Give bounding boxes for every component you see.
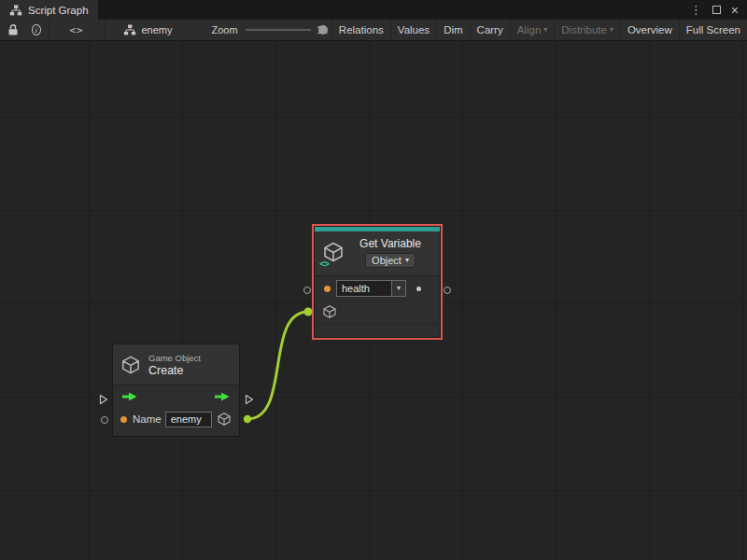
title-bar: Script Graph ⋮ × [0, 0, 747, 20]
graph-reference[interactable]: enemy [105, 24, 185, 35]
graph-name: enemy [141, 24, 172, 35]
chevron-down-icon: ▾ [543, 26, 547, 34]
overview-button[interactable]: Overview [620, 20, 679, 40]
code-badge-icon: <> [319, 259, 329, 269]
node-create-game-object[interactable]: Game Object Create Name enemy [112, 343, 240, 437]
node-get-variable[interactable]: <> Get Variable Object ▾ health ▾ [314, 226, 441, 338]
name-input-row: Name enemy [113, 408, 239, 430]
maximize-icon[interactable] [712, 6, 721, 14]
node-category: Game Object [148, 353, 201, 363]
target-row [315, 301, 440, 323]
full-screen-button[interactable]: Full Screen [679, 20, 747, 40]
lock-icon[interactable] [0, 23, 24, 36]
chevron-down-icon: ▾ [405, 257, 409, 264]
game-object-output-icon [217, 412, 232, 427]
game-object-icon [120, 355, 141, 375]
script-graph-icon [9, 5, 22, 16]
value-output-dot [416, 287, 421, 291]
flow-output-port[interactable] [245, 394, 254, 405]
tab-script-graph[interactable]: Script Graph [0, 0, 98, 20]
zoom-slider-handle[interactable] [318, 25, 328, 35]
variable-scope-value: Object [372, 255, 402, 266]
close-icon[interactable]: × [731, 4, 739, 17]
game-object-icon [322, 304, 337, 319]
node-title: Create [148, 364, 201, 377]
distribute-button[interactable]: Distribute ▾ [554, 20, 620, 40]
zoom-label: Zoom [211, 24, 237, 35]
chevron-down-icon: ▾ [397, 285, 401, 292]
string-port-dot [324, 286, 331, 292]
string-port-dot [120, 416, 127, 423]
flow-row [113, 385, 239, 408]
variable-name-value: health [337, 281, 391, 296]
name-input-field[interactable]: enemy [165, 412, 212, 427]
info-icon[interactable]: i [32, 24, 41, 35]
dim-button[interactable]: Dim [436, 20, 469, 40]
variable-name-row: health ▾ [315, 276, 440, 301]
graph-asset-icon [123, 24, 136, 35]
flow-input-arrow-icon [122, 392, 137, 401]
code-icon[interactable]: <> [49, 24, 104, 36]
graph-toolbar: i <> enemy Zoom 1x Relations Values Dim … [0, 20, 747, 41]
node-footer [315, 323, 440, 336]
values-button[interactable]: Values [390, 20, 436, 40]
tab-title: Script Graph [28, 5, 89, 16]
value-output-port[interactable] [444, 287, 451, 294]
variable-name-field[interactable]: health ▾ [336, 280, 406, 297]
zoom-slider[interactable] [246, 24, 312, 35]
variable-scope-dropdown[interactable]: Object ▾ [365, 253, 416, 268]
create-node-header: Game Object Create [113, 344, 239, 385]
variable-name-dropdown[interactable]: ▾ [391, 281, 405, 296]
zoom-slider-track[interactable] [246, 29, 312, 31]
name-label: Name [133, 413, 162, 425]
carry-button[interactable]: Carry [470, 20, 510, 40]
name-input-port[interactable] [303, 287, 311, 294]
variable-node-icon: <> [322, 241, 346, 265]
window-menu-icon[interactable]: ⋮ [690, 4, 702, 16]
toolbar-button-group: Relations Values Dim Carry Align ▾ Distr… [331, 20, 747, 40]
window-controls: ⋮ × [690, 0, 747, 20]
align-button[interactable]: Align ▾ [510, 20, 555, 40]
chevron-down-icon: ▾ [610, 26, 613, 34]
get-variable-header: <> Get Variable Object ▾ [315, 231, 440, 276]
name-input-port[interactable] [101, 416, 108, 424]
node-title: Get Variable [359, 237, 421, 250]
relations-button[interactable]: Relations [331, 20, 390, 40]
flow-input-port[interactable] [99, 394, 108, 405]
flow-output-arrow-icon [215, 392, 230, 401]
